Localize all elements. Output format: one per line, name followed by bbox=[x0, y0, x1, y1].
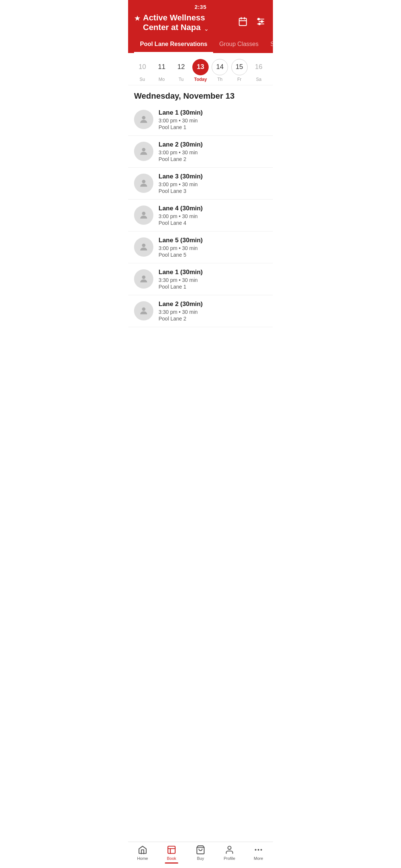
avatar-4 bbox=[134, 237, 153, 257]
tab-smart[interactable]: Sma... bbox=[264, 37, 273, 53]
lane-info-5: Lane 1 (30min) 3:30 pm • 30 min Pool Lan… bbox=[159, 269, 267, 290]
lane-location-3: Pool Lane 4 bbox=[159, 220, 267, 226]
lane-item-3[interactable]: Lane 4 (30min) 3:00 pm • 30 min Pool Lan… bbox=[128, 200, 273, 231]
day-number-11: 11 bbox=[153, 59, 170, 75]
lane-location-6: Pool Lane 2 bbox=[159, 316, 267, 322]
lane-title-0: Lane 1 (30min) bbox=[159, 109, 267, 116]
day-label-mo: Mo bbox=[159, 77, 165, 82]
day-number-13: 13 bbox=[192, 59, 209, 75]
chevron-down-icon: ⌄ bbox=[204, 26, 209, 32]
day-row: 10 Su 11 Mo 12 Tu 13 Today 14 Th 15 Fr bbox=[133, 59, 268, 82]
header-icons bbox=[237, 15, 267, 30]
person-icon-3 bbox=[138, 210, 149, 220]
day-item-15[interactable]: 15 Fr bbox=[230, 59, 249, 82]
lane-item-2[interactable]: Lane 3 (30min) 3:00 pm • 30 min Pool Lan… bbox=[128, 168, 273, 200]
day-number-14: 14 bbox=[212, 59, 228, 75]
calendar-strip: 10 Su 11 Mo 12 Tu 13 Today 14 Th 15 Fr bbox=[128, 53, 273, 85]
tab-pool-lane-reservations[interactable]: Pool Lane Reservations bbox=[134, 37, 213, 53]
day-item-12[interactable]: 12 Tu bbox=[172, 59, 190, 82]
person-icon-5 bbox=[138, 274, 149, 284]
location-pin-icon: ★ bbox=[134, 14, 141, 23]
calendar-icon bbox=[238, 17, 248, 26]
day-label-su: Su bbox=[140, 77, 145, 82]
avatar-0 bbox=[134, 110, 153, 129]
day-label-today: Today bbox=[194, 77, 207, 82]
day-label-sa: Sa bbox=[256, 77, 261, 82]
svg-point-14 bbox=[142, 244, 145, 247]
svg-point-9 bbox=[259, 23, 260, 25]
lane-time-6: 3:30 pm • 30 min bbox=[159, 309, 267, 315]
location-left: ★ Active Wellness Center at Napa ⌄ bbox=[134, 13, 232, 33]
day-item-13-today[interactable]: 13 Today bbox=[191, 59, 210, 82]
svg-point-7 bbox=[258, 19, 259, 20]
lane-time-4: 3:00 pm • 30 min bbox=[159, 245, 267, 251]
lane-time-1: 3:00 pm • 30 min bbox=[159, 149, 267, 155]
svg-point-13 bbox=[142, 212, 145, 215]
lane-title-1: Lane 2 (30min) bbox=[159, 141, 267, 148]
tab-group-classes[interactable]: Group Classes bbox=[213, 37, 264, 53]
lane-item-5[interactable]: Lane 1 (30min) 3:30 pm • 30 min Pool Lan… bbox=[128, 263, 273, 295]
lane-info-0: Lane 1 (30min) 3:00 pm • 30 min Pool Lan… bbox=[159, 109, 267, 130]
lane-item-0[interactable]: Lane 1 (30min) 3:00 pm • 30 min Pool Lan… bbox=[128, 104, 273, 136]
day-item-11[interactable]: 11 Mo bbox=[152, 59, 171, 82]
day-item-10[interactable]: 10 Su bbox=[133, 59, 151, 82]
svg-rect-0 bbox=[239, 19, 247, 26]
lane-item-6[interactable]: Lane 2 (30min) 3:30 pm • 30 min Pool Lan… bbox=[128, 295, 273, 327]
day-item-14[interactable]: 14 Th bbox=[211, 59, 229, 82]
lane-location-0: Pool Lane 1 bbox=[159, 124, 267, 130]
avatar-2 bbox=[134, 174, 153, 193]
location-row: ★ Active Wellness Center at Napa ⌄ bbox=[128, 11, 273, 37]
day-label-th: Th bbox=[217, 77, 222, 82]
lane-title-2: Lane 3 (30min) bbox=[159, 173, 267, 180]
status-time: 2:35 bbox=[195, 4, 206, 10]
lane-time-2: 3:00 pm • 30 min bbox=[159, 181, 267, 187]
lane-time-0: 3:00 pm • 30 min bbox=[159, 118, 267, 124]
lane-item-1[interactable]: Lane 2 (30min) 3:00 pm • 30 min Pool Lan… bbox=[128, 136, 273, 168]
lane-location-2: Pool Lane 3 bbox=[159, 188, 267, 194]
filter-icon-button[interactable] bbox=[254, 15, 267, 30]
lane-info-1: Lane 2 (30min) 3:00 pm • 30 min Pool Lan… bbox=[159, 141, 267, 162]
lane-info-2: Lane 3 (30min) 3:00 pm • 30 min Pool Lan… bbox=[159, 173, 267, 194]
lane-time-5: 3:30 pm • 30 min bbox=[159, 277, 267, 283]
lane-item-4[interactable]: Lane 5 (30min) 3:00 pm • 30 min Pool Lan… bbox=[128, 231, 273, 263]
day-number-16: 16 bbox=[251, 59, 267, 75]
day-label-tu: Tu bbox=[179, 77, 184, 82]
person-icon-6 bbox=[138, 306, 149, 316]
day-number-10: 10 bbox=[134, 59, 150, 75]
avatar-5 bbox=[134, 269, 153, 289]
location-name: Active Wellness Center at Napa bbox=[143, 13, 205, 32]
lane-title-5: Lane 1 (30min) bbox=[159, 269, 267, 276]
avatar-3 bbox=[134, 206, 153, 225]
lane-info-3: Lane 4 (30min) 3:00 pm • 30 min Pool Lan… bbox=[159, 205, 267, 226]
tabs-row: Pool Lane Reservations Group Classes Sma… bbox=[128, 37, 273, 53]
day-number-12: 12 bbox=[173, 59, 189, 75]
person-icon-0 bbox=[138, 114, 149, 125]
svg-point-11 bbox=[142, 148, 145, 151]
location-text-wrapper[interactable]: Active Wellness Center at Napa ⌄ bbox=[143, 13, 232, 33]
lane-title-3: Lane 4 (30min) bbox=[159, 205, 267, 212]
svg-point-15 bbox=[142, 276, 145, 279]
day-label-fr: Fr bbox=[237, 77, 241, 82]
day-number-15: 15 bbox=[231, 59, 248, 75]
avatar-6 bbox=[134, 301, 153, 320]
svg-point-8 bbox=[261, 21, 263, 22]
lane-title-4: Lane 5 (30min) bbox=[159, 237, 267, 244]
main-content: 10 Su 11 Mo 12 Tu 13 Today 14 Th 15 Fr bbox=[128, 53, 273, 364]
calendar-icon-button[interactable] bbox=[237, 15, 249, 30]
person-icon-1 bbox=[138, 146, 149, 157]
filter-icon bbox=[256, 17, 265, 26]
lane-time-3: 3:00 pm • 30 min bbox=[159, 213, 267, 219]
app-header: 2:35 ★ Active Wellness Center at Napa ⌄ bbox=[128, 0, 273, 53]
avatar-1 bbox=[134, 142, 153, 161]
lane-location-5: Pool Lane 1 bbox=[159, 284, 267, 290]
svg-point-10 bbox=[142, 116, 145, 119]
lane-list: Lane 1 (30min) 3:00 pm • 30 min Pool Lan… bbox=[128, 104, 273, 327]
person-icon-2 bbox=[138, 178, 149, 188]
lane-location-4: Pool Lane 5 bbox=[159, 252, 267, 258]
day-item-16[interactable]: 16 Sa bbox=[250, 59, 268, 82]
lane-title-6: Lane 2 (30min) bbox=[159, 300, 267, 308]
svg-point-16 bbox=[142, 308, 145, 311]
lane-location-1: Pool Lane 2 bbox=[159, 156, 267, 162]
lane-info-4: Lane 5 (30min) 3:00 pm • 30 min Pool Lan… bbox=[159, 237, 267, 258]
status-bar: 2:35 bbox=[128, 0, 273, 11]
